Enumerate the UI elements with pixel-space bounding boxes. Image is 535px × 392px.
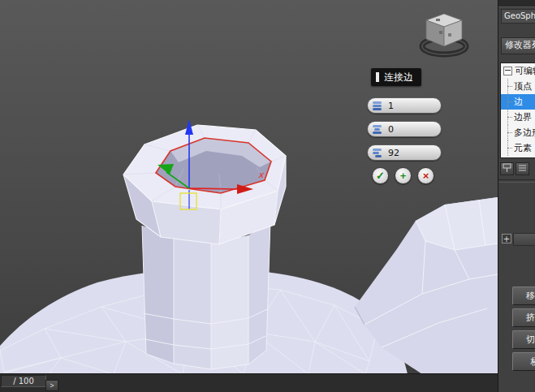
stack-item-editable-poly[interactable]: 可编辑多边形 <box>501 63 535 79</box>
stack-item-label: 元素 <box>514 142 532 154</box>
3dsmax-window: x 连接边 1 <box>0 0 535 392</box>
pin-stack-icon <box>502 163 512 173</box>
caddy-segments-field[interactable]: 1 <box>367 97 442 114</box>
segments-spinner-icon[interactable] <box>372 101 382 111</box>
frame-field[interactable]: / 100 <box>1 375 46 387</box>
scene-3d: x <box>0 0 498 374</box>
caddy-cancel-button[interactable]: × <box>417 167 434 184</box>
pinch-spinner-icon[interactable] <box>372 124 382 135</box>
stack-item-label: 边 <box>514 96 523 108</box>
caddy-slide-field[interactable]: 92 <box>367 144 442 161</box>
stack-item-polygon[interactable]: 多边形 <box>501 125 535 140</box>
modifier-stack: 可编辑多边形 顶点 边 边界 多边形 元素 <box>500 62 535 158</box>
stack-item-label: 可编辑多边形 <box>515 65 535 77</box>
extrude-button[interactable]: 挤出 <box>512 308 535 327</box>
modifier-list-dropdown[interactable]: 修改器列表 <box>501 37 535 54</box>
rollout-header[interactable] <box>513 233 535 246</box>
stack-item-element[interactable]: 元素 <box>501 140 535 156</box>
caddy-apply-button[interactable]: + <box>395 167 412 184</box>
stack-item-border[interactable]: 边界 <box>501 110 535 125</box>
pinch-value: 0 <box>388 124 394 135</box>
status-bar: / 100 > <box>0 373 498 392</box>
object-name-field[interactable]: GeoSph <box>501 9 535 24</box>
slide-spinner-icon[interactable] <box>372 148 382 158</box>
stack-item-vertex[interactable]: 顶点 <box>501 79 535 94</box>
teapot-neck[interactable] <box>123 125 286 369</box>
stack-item-edge[interactable]: 边 <box>501 94 535 110</box>
show-end-result-icon <box>517 163 528 173</box>
pin-stack-button[interactable] <box>500 162 514 175</box>
chamfer-button[interactable]: 切角 <box>512 330 535 349</box>
show-end-result-button[interactable] <box>516 162 529 175</box>
stack-item-label: 多边形 <box>514 127 535 139</box>
bridge-button[interactable]: 桥 <box>512 352 535 371</box>
perspective-viewport[interactable]: x 连接边 1 <box>0 0 498 392</box>
stack-item-label: 顶点 <box>514 80 532 93</box>
caddy-title[interactable]: 连接边 <box>371 68 421 86</box>
panel-tab-strip[interactable] <box>498 0 535 7</box>
command-panel: GeoSph 修改器列表 可编辑多边形 顶点 边 边界 多边形 元素 <box>498 0 535 392</box>
rollout-expand-button[interactable]: + <box>502 234 511 243</box>
segments-value: 1 <box>388 101 394 111</box>
stack-item-label: 边界 <box>514 111 532 123</box>
listener-expand-button[interactable]: > <box>45 380 58 391</box>
collapse-icon[interactable] <box>503 67 512 75</box>
caddy-pinch-field[interactable]: 0 <box>367 121 442 137</box>
caddy-ok-button[interactable]: ✓ <box>372 167 389 184</box>
slide-value: 92 <box>388 148 399 158</box>
caddy-drag-handle-icon[interactable] <box>376 72 379 82</box>
caddy-title-label: 连接边 <box>384 71 413 84</box>
panel-divider <box>498 179 535 183</box>
remove-button[interactable]: 移除 <box>512 286 535 305</box>
